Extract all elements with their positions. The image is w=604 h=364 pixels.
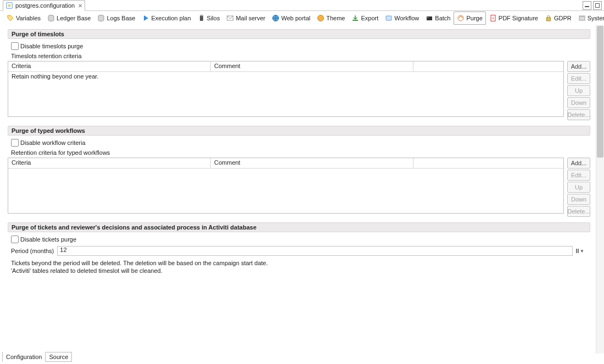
tab-mail-server[interactable]: Mail server	[223, 12, 269, 25]
silo-icon	[198, 14, 205, 22]
mail-icon	[226, 14, 234, 22]
delete-button[interactable]: Delete...	[567, 109, 590, 120]
tab-label: Batch	[435, 15, 450, 21]
svg-point-9	[318, 15, 324, 21]
tab-silos[interactable]: Silos	[194, 12, 223, 25]
delete-button[interactable]: Delete...	[567, 206, 590, 217]
table-header: Criteria Comment	[8, 158, 563, 169]
typed-workflows-criteria-table[interactable]: Criteria Comment	[8, 158, 564, 214]
disable-tickets-label: Disable tickets purge	[20, 236, 76, 243]
tab-variables[interactable]: Variables	[3, 12, 44, 25]
tab-pdf-signature[interactable]: A PDF Signature	[486, 12, 541, 25]
cell-criteria: Retain nothing beyond one year.	[8, 72, 210, 81]
col-criteria: Criteria	[8, 158, 211, 168]
col-rest	[413, 61, 563, 71]
up-button[interactable]: Up	[567, 182, 590, 193]
period-label: Period (months)	[11, 248, 54, 254]
period-spinner[interactable]: ▼	[576, 247, 590, 255]
section-header-tickets: Purge of tickets and reviewer's decision…	[8, 222, 590, 232]
window-controls	[583, 1, 602, 10]
tab-logs-base[interactable]: Logs Base	[94, 12, 138, 25]
batch-icon	[426, 14, 433, 22]
svg-rect-2	[585, 6, 589, 7]
disable-workflow-label: Disable workflow criteria	[20, 139, 86, 146]
file-tab-title: postgres.configuration	[15, 2, 75, 9]
col-criteria: Criteria	[8, 61, 211, 71]
tab-purge[interactable]: Purge	[454, 12, 485, 25]
add-button[interactable]: Add...	[567, 158, 590, 169]
tab-label: Theme	[326, 15, 345, 21]
section-header-typed-workflows: Purge of typed workflows	[8, 126, 590, 136]
db-icon	[47, 14, 55, 22]
content-area: Purge of timeslots Disable timeslots pur…	[0, 25, 596, 354]
tab-batch[interactable]: Batch	[422, 12, 454, 25]
file-tab-strip: postgres.configuration ✕	[0, 0, 604, 11]
bottom-tabs: Configuration Source	[2, 352, 72, 362]
maximize-button[interactable]	[593, 1, 602, 10]
add-button[interactable]: Add...	[567, 61, 590, 72]
timeslots-criteria-label: Timeslots retention criteria	[8, 51, 590, 61]
tab-execution-plan[interactable]: Execution plan	[138, 12, 194, 25]
down-button[interactable]: Down	[567, 194, 590, 205]
vertical-scrollbar[interactable]	[596, 25, 604, 354]
table-header: Criteria Comment	[8, 61, 563, 72]
tickets-note-line2: 'Activiti' tables related to deleted tim…	[11, 267, 163, 274]
svg-point-1	[8, 4, 10, 7]
edit-button[interactable]: Edit...	[567, 170, 590, 181]
pdf-icon: A	[489, 14, 497, 22]
svg-rect-11	[386, 16, 392, 20]
tab-gdpr[interactable]: GDPR	[541, 12, 575, 25]
tab-label: Silos	[207, 15, 220, 21]
tab-label: Export	[361, 15, 378, 21]
svg-rect-19	[579, 16, 585, 17]
scrollbar-thumb[interactable]	[597, 26, 603, 158]
svg-rect-13	[427, 17, 428, 18]
col-comment: Comment	[211, 158, 413, 168]
tab-label: Logs Base	[107, 15, 135, 21]
toolbar-tabs: Variables Ledger Base Logs Base Executio…	[0, 11, 604, 25]
chevron-down-icon: ▼	[580, 249, 584, 254]
disable-tickets-checkbox[interactable]	[11, 236, 19, 243]
export-icon	[351, 14, 359, 22]
table-row[interactable]: Retain nothing beyond one year.	[8, 72, 563, 81]
tab-label: Purge	[466, 15, 482, 21]
svg-rect-6	[200, 16, 203, 21]
bottom-tab-configuration[interactable]: Configuration	[3, 352, 46, 362]
down-button[interactable]: Down	[567, 97, 590, 108]
disable-timeslots-label: Disable timeslots purge	[20, 43, 83, 49]
tab-web-portal[interactable]: Web portal	[269, 12, 314, 25]
disable-timeslots-checkbox[interactable]	[11, 42, 19, 50]
tab-label: Execution plan	[151, 15, 191, 21]
tab-ledger-base[interactable]: Ledger Base	[44, 12, 94, 25]
bottom-tab-source[interactable]: Source	[46, 352, 72, 362]
file-tab[interactable]: postgres.configuration ✕	[3, 0, 85, 11]
tab-export[interactable]: Export	[348, 12, 382, 25]
tab-label: Workflow	[394, 15, 419, 21]
config-file-icon	[5, 2, 13, 9]
tickets-note-line1: Tickets beyond the period will be delete…	[11, 260, 268, 266]
tab-label: PDF Signature	[499, 15, 538, 21]
section-header-timeslots: Purge of timeslots	[8, 29, 590, 39]
cell-comment	[210, 72, 412, 81]
tag-icon	[7, 14, 14, 22]
minimize-button[interactable]	[583, 1, 591, 10]
timeslots-criteria-table[interactable]: Criteria Comment Retain nothing beyond o…	[8, 61, 564, 117]
svg-rect-17	[546, 18, 550, 21]
typed-workflows-criteria-label: Retention criteria for typed workflows	[8, 148, 590, 158]
tab-workflow[interactable]: Workflow	[382, 12, 422, 25]
col-rest	[413, 158, 563, 168]
period-input[interactable]: 12	[57, 246, 573, 256]
disable-workflow-checkbox[interactable]	[11, 139, 19, 147]
play-icon	[142, 14, 149, 22]
db-icon	[97, 14, 105, 22]
col-comment: Comment	[211, 61, 413, 71]
lock-icon	[545, 14, 552, 22]
system-icon	[578, 14, 586, 22]
typed-workflows-button-column: Add... Edit... Up Down Delete...	[567, 158, 590, 217]
close-icon[interactable]: ✕	[78, 3, 82, 9]
tab-label: Ledger Base	[57, 15, 91, 21]
tab-theme[interactable]: Theme	[314, 12, 348, 25]
edit-button[interactable]: Edit...	[567, 73, 590, 84]
up-button[interactable]: Up	[567, 85, 590, 96]
tab-system[interactable]: System	[575, 12, 604, 25]
